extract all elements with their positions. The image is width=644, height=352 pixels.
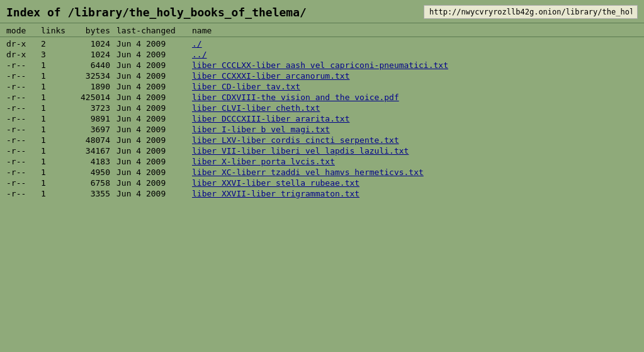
table-row: dr-x31024Jun 4 2009../: [6, 49, 638, 60]
file-changed: Jun 4 2009: [116, 167, 192, 177]
table-row: -r--1425014Jun 4 2009liber CDXVIII-the v…: [6, 92, 638, 103]
table-row: dr-x21024Jun 4 2009./: [6, 38, 638, 49]
file-name[interactable]: liber CCXXXI-liber arcanorum.txt: [192, 71, 638, 81]
file-changed: Jun 4 2009: [116, 189, 192, 198]
file-bytes: 4950: [69, 167, 116, 177]
file-bytes: 4183: [69, 157, 116, 166]
file-changed: Jun 4 2009: [116, 93, 192, 102]
file-mode: -r--: [6, 146, 41, 156]
file-mode: -r--: [6, 157, 41, 166]
table-row: -r--13723Jun 4 2009liber CLVI-liber chet…: [6, 103, 638, 113]
file-link[interactable]: liber VII-liber liberi vel lapdis lazuli…: [192, 146, 409, 156]
file-changed: Jun 4 2009: [116, 50, 192, 59]
file-link[interactable]: liber CD-liber tav.txt: [192, 82, 300, 91]
file-link[interactable]: liber XXVI-liber stella rubeae.txt: [192, 178, 359, 188]
file-link[interactable]: liber CCXXXI-liber arcanorum.txt: [192, 71, 349, 81]
table-row: -r--16440Jun 4 2009liber CCCLXX-liber aa…: [6, 60, 638, 71]
table-row: -r--11890Jun 4 2009liber CD-liber tav.tx…: [6, 81, 638, 92]
file-changed: Jun 4 2009: [116, 125, 192, 134]
file-name[interactable]: liber I-liber b vel magi.txt: [192, 125, 638, 134]
file-mode: -r--: [6, 93, 41, 102]
file-name[interactable]: liber X-liber porta lvcis.txt: [192, 157, 638, 166]
file-links: 1: [41, 178, 69, 188]
file-changed: Jun 4 2009: [116, 135, 192, 145]
file-links: 1: [41, 103, 69, 113]
file-name[interactable]: liber XXVII-liber trigrammaton.txt: [192, 189, 638, 198]
file-changed: Jun 4 2009: [116, 114, 192, 123]
file-link[interactable]: liber X-liber porta lvcis.txt: [192, 157, 335, 166]
table-row: -r--13697Jun 4 2009liber I-liber b vel m…: [6, 124, 638, 135]
file-bytes: 6758: [69, 178, 116, 188]
file-bytes: 34167: [69, 146, 116, 156]
file-bytes: 3723: [69, 103, 116, 113]
file-link[interactable]: ../: [192, 50, 206, 59]
file-link[interactable]: ./: [192, 39, 202, 48]
file-links: 1: [41, 82, 69, 91]
file-bytes: 32534: [69, 71, 116, 81]
file-link[interactable]: liber CCCLXX-liber aash vel capriconi-pn…: [192, 60, 448, 70]
file-links: 1: [41, 114, 69, 123]
file-changed: Jun 4 2009: [116, 178, 192, 188]
file-name[interactable]: liber CD-liber tav.txt: [192, 82, 638, 91]
file-changed: Jun 4 2009: [116, 82, 192, 91]
file-name[interactable]: liber CDXVIII-the vision and the voice.p…: [192, 93, 638, 102]
col-header-mode: mode: [6, 26, 41, 35]
file-name[interactable]: liber LXV-liber cordis cincti serpente.t…: [192, 135, 638, 145]
file-name[interactable]: liber CCCLXX-liber aash vel capriconi-pn…: [192, 60, 638, 70]
url-bar[interactable]: [424, 5, 638, 19]
file-mode: -r--: [6, 71, 41, 81]
file-links: 1: [41, 146, 69, 156]
file-links: 1: [41, 189, 69, 198]
file-name[interactable]: ../: [192, 50, 638, 59]
table-row: -r--148074Jun 4 2009liber LXV-liber cord…: [6, 135, 638, 145]
file-name[interactable]: liber CLVI-liber cheth.txt: [192, 103, 638, 113]
file-name[interactable]: ./: [192, 39, 638, 48]
file-name[interactable]: liber XC-liberr tzaddi vel hamvs hermeti…: [192, 167, 638, 177]
file-links: 1: [41, 167, 69, 177]
file-mode: -r--: [6, 125, 41, 134]
file-mode: -r--: [6, 82, 41, 91]
file-changed: Jun 4 2009: [116, 146, 192, 156]
file-changed: Jun 4 2009: [116, 60, 192, 70]
file-mode: dr-x: [6, 50, 41, 59]
file-links: 1: [41, 60, 69, 70]
col-header-links: links: [41, 26, 69, 35]
file-link[interactable]: liber DCCCXIII-liber ararita.txt: [192, 114, 349, 123]
file-link[interactable]: liber CLVI-liber cheth.txt: [192, 103, 320, 113]
column-headers: mode links bytes last-changed name: [0, 25, 644, 37]
table-row: -r--134167Jun 4 2009liber VII-liber libe…: [6, 145, 638, 156]
header-bar: Index of /library/the_holy_books_of_thel…: [0, 0, 644, 23]
file-links: 1: [41, 125, 69, 134]
file-mode: -r--: [6, 114, 41, 123]
file-link[interactable]: liber I-liber b vel magi.txt: [192, 125, 330, 134]
table-row: -r--13355Jun 4 2009liber XXVII-liber tri…: [6, 188, 638, 199]
file-bytes: 1024: [69, 50, 116, 59]
file-link[interactable]: liber CDXVIII-the vision and the voice.p…: [192, 93, 399, 102]
file-mode: -r--: [6, 189, 41, 198]
file-name[interactable]: liber DCCCXIII-liber ararita.txt: [192, 114, 638, 123]
file-bytes: 3355: [69, 189, 116, 198]
file-bytes: 9891: [69, 114, 116, 123]
file-link[interactable]: liber XXVII-liber trigrammaton.txt: [192, 189, 359, 198]
file-bytes: 1890: [69, 82, 116, 91]
file-list: dr-x21024Jun 4 2009./dr-x31024Jun 4 2009…: [0, 38, 644, 199]
file-link[interactable]: liber XC-liberr tzaddi vel hamvs hermeti…: [192, 167, 424, 177]
file-name[interactable]: liber XXVI-liber stella rubeae.txt: [192, 178, 638, 188]
file-links: 1: [41, 71, 69, 81]
header-divider: [0, 23, 644, 23]
file-links: 1: [41, 93, 69, 102]
table-row: -r--14950Jun 4 2009liber XC-liberr tzadd…: [6, 167, 638, 178]
file-mode: -r--: [6, 167, 41, 177]
file-changed: Jun 4 2009: [116, 39, 192, 48]
file-links: 2: [41, 39, 69, 48]
file-mode: -r--: [6, 135, 41, 145]
file-mode: -r--: [6, 178, 41, 188]
file-bytes: 3697: [69, 125, 116, 134]
file-name[interactable]: liber VII-liber liberi vel lapdis lazuli…: [192, 146, 638, 156]
file-links: 1: [41, 157, 69, 166]
file-link[interactable]: liber LXV-liber cordis cincti serpente.t…: [192, 135, 399, 145]
file-mode: dr-x: [6, 39, 41, 48]
file-mode: -r--: [6, 60, 41, 70]
table-row: -r--132534Jun 4 2009liber CCXXXI-liber a…: [6, 71, 638, 81]
file-mode: -r--: [6, 103, 41, 113]
